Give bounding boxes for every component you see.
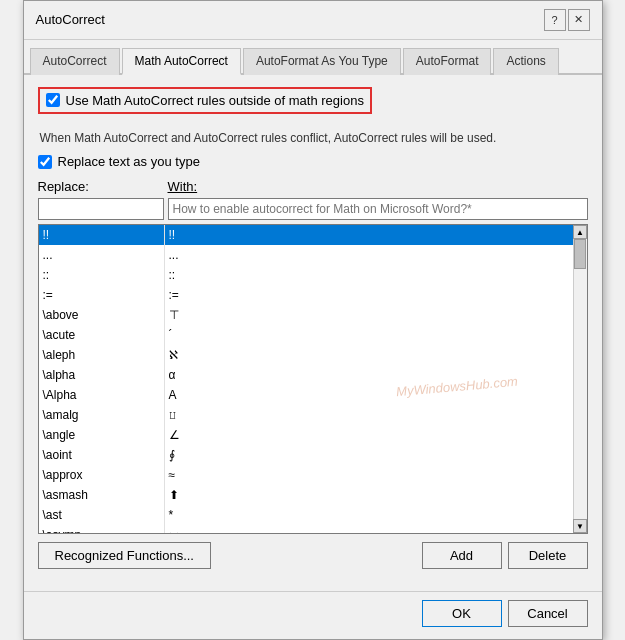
cell-replace: \aleph bbox=[39, 345, 165, 365]
cell-replace: !! bbox=[39, 225, 165, 245]
list-item[interactable]: \ast* bbox=[39, 505, 573, 525]
scroll-track bbox=[574, 239, 587, 519]
cell-replace: \ast bbox=[39, 505, 165, 525]
list-item[interactable]: \acute´ bbox=[39, 325, 573, 345]
table-headers: Replace: With: bbox=[38, 179, 588, 194]
list-item[interactable]: !!!! bbox=[39, 225, 573, 245]
col-with-header: With: bbox=[168, 179, 198, 194]
with-input[interactable] bbox=[168, 198, 588, 220]
cell-with: ⬆ bbox=[165, 485, 573, 505]
recognized-functions-button[interactable]: Recognized Functions... bbox=[38, 542, 211, 569]
tab-autocorrect[interactable]: AutoCorrect bbox=[30, 48, 120, 75]
scroll-down-arrow[interactable]: ▼ bbox=[573, 519, 587, 533]
tab-autoformat[interactable]: AutoFormat bbox=[403, 48, 492, 75]
title-bar: AutoCorrect ? ✕ bbox=[24, 1, 602, 40]
tab-content: Use Math AutoCorrect rules outside of ma… bbox=[24, 75, 602, 592]
list-item[interactable]: \angle∠ bbox=[39, 425, 573, 445]
cell-with: A bbox=[165, 385, 573, 405]
delete-button[interactable]: Delete bbox=[508, 542, 588, 569]
list-item[interactable]: :::: bbox=[39, 265, 573, 285]
dialog-footer: OK Cancel bbox=[24, 591, 602, 639]
list-item[interactable]: :=:= bbox=[39, 285, 573, 305]
title-bar-controls: ? ✕ bbox=[544, 9, 590, 31]
replace-text-checkbox[interactable] bbox=[38, 155, 52, 169]
cell-replace: \approx bbox=[39, 465, 165, 485]
replace-text-row: Replace text as you type bbox=[38, 154, 588, 169]
tab-math-autocorrect[interactable]: Math AutoCorrect bbox=[122, 48, 241, 75]
cell-replace: \aoint bbox=[39, 445, 165, 465]
cell-replace: ... bbox=[39, 245, 165, 265]
list-item[interactable]: \asymp≍ bbox=[39, 525, 573, 533]
ok-button[interactable]: OK bbox=[422, 600, 502, 627]
dialog: AutoCorrect ? ✕ AutoCorrect Math AutoCor… bbox=[23, 0, 603, 640]
scroll-thumb[interactable] bbox=[574, 239, 586, 269]
dialog-title: AutoCorrect bbox=[36, 12, 105, 27]
list-item[interactable]: \asmash⬆ bbox=[39, 485, 573, 505]
scrollbar[interactable]: ▲ ▼ bbox=[573, 225, 587, 533]
list-item[interactable]: \amalg⨿ bbox=[39, 405, 573, 425]
cell-with: * bbox=[165, 505, 573, 525]
use-math-label[interactable]: Use Math AutoCorrect rules outside of ma… bbox=[66, 93, 364, 108]
cell-replace: \Alpha bbox=[39, 385, 165, 405]
list-item[interactable]: \above⊤ bbox=[39, 305, 573, 325]
cell-with: ℵ bbox=[165, 345, 573, 365]
help-button[interactable]: ? bbox=[544, 9, 566, 31]
list-item[interactable]: \approx≈ bbox=[39, 465, 573, 485]
info-text: When Math AutoCorrect and AutoCorrect ru… bbox=[38, 130, 588, 147]
cell-with: :: bbox=[165, 265, 573, 285]
cell-replace: \above bbox=[39, 305, 165, 325]
cell-with: ´ bbox=[165, 325, 573, 345]
cell-with: α bbox=[165, 365, 573, 385]
replace-input[interactable] bbox=[38, 198, 164, 220]
list-item[interactable]: \aoint∮ bbox=[39, 445, 573, 465]
cell-replace: \amalg bbox=[39, 405, 165, 425]
close-button[interactable]: ✕ bbox=[568, 9, 590, 31]
cell-with: ≍ bbox=[165, 525, 573, 533]
list-item[interactable]: ...... bbox=[39, 245, 573, 265]
autocorrect-list-outer: !!!!......:::::=:=\above⊤\acute´\alephℵ\… bbox=[38, 224, 588, 534]
action-buttons-row: Recognized Functions... Add Delete bbox=[38, 542, 588, 569]
cell-replace: :: bbox=[39, 265, 165, 285]
use-math-checkbox-group: Use Math AutoCorrect rules outside of ma… bbox=[38, 87, 372, 114]
autocorrect-list[interactable]: !!!!......:::::=:=\above⊤\acute´\alephℵ\… bbox=[39, 225, 573, 533]
cell-with: ∠ bbox=[165, 425, 573, 445]
autocorrect-list-container: !!!!......:::::=:=\above⊤\acute´\alephℵ\… bbox=[38, 224, 588, 534]
cell-with: ... bbox=[165, 245, 573, 265]
cell-replace: \angle bbox=[39, 425, 165, 445]
scroll-up-arrow[interactable]: ▲ bbox=[573, 225, 587, 239]
tab-actions[interactable]: Actions bbox=[493, 48, 558, 75]
cancel-button[interactable]: Cancel bbox=[508, 600, 588, 627]
list-item[interactable]: \alphaα bbox=[39, 365, 573, 385]
cell-replace: \alpha bbox=[39, 365, 165, 385]
add-button[interactable]: Add bbox=[422, 542, 502, 569]
cell-with: !! bbox=[165, 225, 573, 245]
replace-text-label[interactable]: Replace text as you type bbox=[58, 154, 200, 169]
input-row bbox=[38, 198, 588, 220]
cell-replace: := bbox=[39, 285, 165, 305]
cell-replace: \asymp bbox=[39, 525, 165, 533]
cell-with: ∮ bbox=[165, 445, 573, 465]
cell-with: ⨿ bbox=[165, 405, 573, 425]
use-math-checkbox[interactable] bbox=[46, 93, 60, 107]
col-replace-header: Replace: bbox=[38, 179, 168, 194]
list-item[interactable]: \AlphaA bbox=[39, 385, 573, 405]
add-delete-group: Add Delete bbox=[422, 542, 588, 569]
list-item[interactable]: \alephℵ bbox=[39, 345, 573, 365]
tab-bar: AutoCorrect Math AutoCorrect AutoFormat … bbox=[24, 40, 602, 75]
cell-with: := bbox=[165, 285, 573, 305]
cell-replace: \asmash bbox=[39, 485, 165, 505]
cell-with: ⊤ bbox=[165, 305, 573, 325]
cell-replace: \acute bbox=[39, 325, 165, 345]
cell-with: ≈ bbox=[165, 465, 573, 485]
tab-autoformat-as-you-type[interactable]: AutoFormat As You Type bbox=[243, 48, 401, 75]
